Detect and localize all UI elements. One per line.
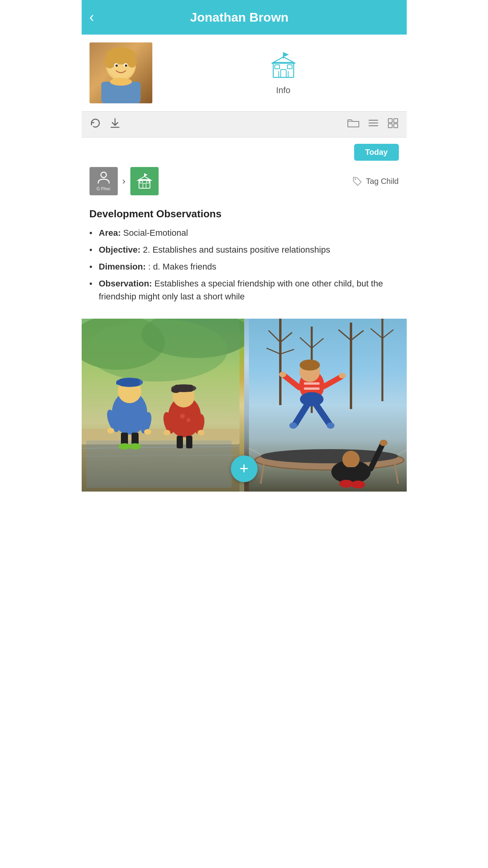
svg-point-30 <box>101 172 106 178</box>
development-observations: Development Observations Area: Social-Em… <box>90 208 399 303</box>
main-content: Today G Fhvc › <box>82 138 407 319</box>
svg-point-38 <box>355 178 356 180</box>
observations-title: Development Observations <box>90 208 399 220</box>
svg-rect-52 <box>116 381 122 385</box>
svg-rect-29 <box>394 124 398 128</box>
svg-point-99 <box>380 440 387 446</box>
svg-rect-27 <box>394 119 398 123</box>
grid-view-icon[interactable] <box>387 117 399 131</box>
svg-rect-37 <box>146 181 149 183</box>
tag-icon <box>352 176 363 187</box>
svg-point-42 <box>86 319 228 382</box>
toolbar <box>82 111 407 138</box>
svg-point-110 <box>279 372 286 377</box>
profile-section: Info <box>82 35 407 111</box>
svg-point-71 <box>197 430 205 435</box>
page-title: Jonathan Brown <box>102 10 377 25</box>
back-button[interactable]: ‹ <box>90 10 94 24</box>
svg-point-8 <box>115 64 118 67</box>
svg-point-63 <box>186 418 190 422</box>
tag-child-label: Tag Child <box>366 176 398 186</box>
school-badge-icon <box>136 172 153 190</box>
svg-point-67 <box>171 387 181 393</box>
svg-point-55 <box>107 428 114 433</box>
avatar <box>90 42 152 103</box>
svg-point-11 <box>110 78 132 86</box>
svg-point-116 <box>327 422 334 429</box>
download-icon[interactable] <box>109 117 121 132</box>
svg-rect-103 <box>304 382 320 385</box>
svg-point-59 <box>119 443 130 450</box>
svg-rect-16 <box>281 70 286 77</box>
school-badge[interactable] <box>130 167 159 195</box>
svg-rect-36 <box>140 181 143 183</box>
svg-point-70 <box>163 430 170 435</box>
list-item: Dimension: : d. Makes friends <box>90 260 399 273</box>
svg-rect-18 <box>287 65 292 69</box>
svg-point-101 <box>351 481 365 488</box>
svg-rect-104 <box>304 387 320 390</box>
svg-rect-72 <box>177 436 183 448</box>
list-item: Objective: 2. Establishes and sustains p… <box>90 243 399 256</box>
photo-left[interactable] <box>82 319 244 492</box>
refresh-icon[interactable] <box>90 117 101 132</box>
info-section[interactable]: Info <box>168 51 399 95</box>
svg-point-9 <box>125 64 127 67</box>
group-label: G Fhvc <box>97 186 110 191</box>
tag-child-area[interactable]: Tag Child <box>352 176 398 187</box>
svg-point-108 <box>300 360 320 371</box>
photo-right[interactable] <box>244 319 407 492</box>
add-photo-button[interactable]: + <box>231 455 258 482</box>
today-button[interactable]: Today <box>354 144 398 161</box>
svg-point-5 <box>127 57 137 68</box>
breadcrumb-row: G Fhvc › Tag Child <box>90 167 399 195</box>
school-icon <box>268 51 299 82</box>
svg-point-4 <box>104 56 115 68</box>
svg-point-56 <box>144 429 151 435</box>
list-item: Area: Social-Emotional <box>90 226 399 239</box>
observations-list: Area: Social-Emotional Objective: 2. Est… <box>90 226 399 303</box>
breadcrumb-chevron: › <box>122 176 126 187</box>
svg-rect-17 <box>275 65 280 69</box>
today-row: Today <box>90 144 399 161</box>
list-item: Observation: Establishes a special frien… <box>90 277 399 303</box>
svg-point-60 <box>129 443 141 450</box>
info-label: Info <box>276 85 291 95</box>
svg-marker-13 <box>283 52 289 57</box>
plus-icon: + <box>239 461 249 476</box>
folder-icon[interactable] <box>347 117 360 131</box>
svg-point-105 <box>300 392 324 406</box>
svg-point-62 <box>180 414 185 418</box>
group-badge[interactable]: G Fhvc <box>90 167 118 195</box>
svg-rect-28 <box>388 124 392 128</box>
app-header: ‹ Jonathan Brown <box>82 0 407 35</box>
person-icon <box>97 171 111 185</box>
photos-grid: + <box>82 319 407 492</box>
svg-rect-26 <box>388 119 392 123</box>
svg-rect-35 <box>143 184 146 188</box>
svg-point-114 <box>289 422 297 429</box>
svg-point-112 <box>339 373 346 378</box>
list-view-icon[interactable] <box>367 117 379 131</box>
svg-marker-32 <box>144 173 148 176</box>
svg-rect-73 <box>186 436 192 448</box>
svg-point-96 <box>342 451 360 468</box>
